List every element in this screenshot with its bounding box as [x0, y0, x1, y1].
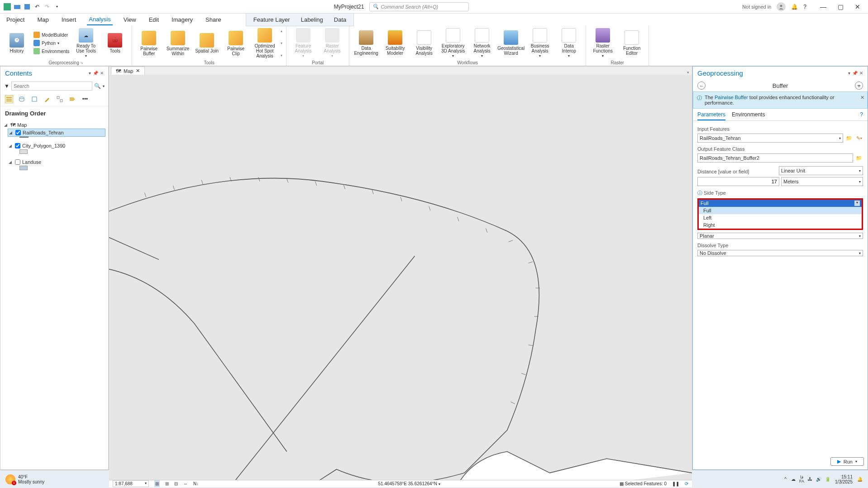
list-by-labeling-icon[interactable]: [68, 95, 76, 103]
user-avatar-icon[interactable]: [777, 2, 786, 11]
signin-label[interactable]: Not signed in: [742, 4, 771, 10]
layer-symbol[interactable]: [19, 149, 28, 154]
battery-icon[interactable]: 🔋: [825, 477, 830, 482]
pane-menu-icon[interactable]: ▾: [89, 71, 91, 76]
tool-help-icon[interactable]: ?: [860, 111, 863, 120]
layer-visibility-checkbox[interactable]: [15, 143, 20, 148]
layer-symbol[interactable]: [19, 137, 29, 138]
tab-edit[interactable]: Edit: [147, 14, 161, 25]
refresh-icon[interactable]: ⟳: [685, 481, 688, 486]
pause-drawing-icon[interactable]: ❚❚: [672, 481, 679, 486]
search-icon[interactable]: 🔍: [94, 83, 101, 89]
side-option-right[interactable]: Right: [699, 221, 862, 229]
volume-icon[interactable]: 🔊: [816, 477, 821, 482]
scale-input[interactable]: 1:87,688▾: [113, 480, 149, 487]
view-menu-icon[interactable]: ▾: [687, 70, 689, 75]
qat-more-icon[interactable]: ▾: [53, 3, 61, 10]
browse-icon[interactable]: 📁: [855, 154, 863, 162]
side-option-left[interactable]: Left: [699, 214, 862, 221]
spatial-join-button[interactable]: Spatial Join: [194, 32, 220, 54]
help-icon[interactable]: ?: [803, 4, 806, 10]
network-icon[interactable]: 🖧: [808, 477, 812, 482]
tab-share[interactable]: Share: [204, 14, 223, 25]
pane-pin-icon[interactable]: 📌: [852, 71, 858, 76]
toc-layer-city[interactable]: ◢ City_Polygon_1390: [8, 142, 105, 149]
list-by-drawing-order-icon[interactable]: [5, 95, 13, 103]
list-by-snapping-icon[interactable]: [56, 95, 64, 103]
pane-pin-icon[interactable]: 📌: [93, 71, 98, 76]
toc-more-icon[interactable]: •••: [81, 95, 89, 103]
edit-icon[interactable]: ✎▾: [855, 134, 863, 142]
expander-icon[interactable]: ◢: [9, 160, 13, 164]
gallery-more-icon[interactable]: ▾: [281, 53, 282, 57]
toc-map-node[interactable]: ◢ 🗺 Map: [3, 121, 105, 129]
dissolve-select[interactable]: No Dissolve▾: [697, 250, 863, 256]
expander-icon[interactable]: ◢: [9, 130, 14, 135]
onedrive-icon[interactable]: ☁: [791, 477, 796, 482]
expander-icon[interactable]: ◢: [9, 144, 13, 148]
business-button[interactable]: Business Analysis▾: [527, 27, 553, 59]
tab-insert[interactable]: Insert: [60, 14, 78, 25]
gallery-up-icon[interactable]: ▴: [281, 29, 282, 33]
pairwise-clip-button[interactable]: Pairwise Clip: [223, 30, 249, 57]
search-options-icon[interactable]: ▾: [103, 84, 105, 88]
weather-widget[interactable]: 40°FMostly sunny: [5, 474, 44, 484]
tools-button[interactable]: 🧰 Tools: [102, 32, 128, 54]
suitability-button[interactable]: Suitability Modeler: [382, 29, 408, 57]
command-search[interactable]: 🔍 Command Search (Alt+Q): [369, 2, 469, 11]
gallery-down-icon[interactable]: ▾: [281, 41, 282, 45]
group-launcher-icon[interactable]: ↘: [80, 61, 83, 65]
tab-labeling[interactable]: Labeling: [299, 14, 325, 25]
browse-icon[interactable]: 📁: [845, 134, 853, 142]
side-type-dropdown[interactable]: Full▾ Full Left Right: [697, 198, 863, 230]
visibility-button[interactable]: Visibility Analysis: [411, 29, 437, 57]
list-by-selection-icon[interactable]: [30, 95, 38, 103]
ready-to-use-tools-button[interactable]: ☁ Ready To Use Tools▾: [73, 27, 99, 59]
filter-icon[interactable]: ▼: [4, 83, 10, 89]
map-canvas[interactable]: [109, 75, 692, 480]
undo-icon[interactable]: ↶: [33, 3, 41, 10]
save-icon[interactable]: [24, 3, 31, 10]
layer-visibility-checkbox[interactable]: [15, 130, 21, 135]
tab-feature-layer[interactable]: Feature Layer: [252, 14, 292, 25]
expander-icon[interactable]: ◢: [4, 123, 9, 127]
pane-close-icon[interactable]: ✕: [859, 71, 863, 76]
distance-unit-select[interactable]: Meters▾: [781, 177, 863, 186]
tab-view[interactable]: View: [122, 14, 138, 25]
redo-icon[interactable]: ↷: [43, 3, 51, 10]
clock[interactable]: 15:111/3/2025: [835, 474, 853, 484]
notifications-icon[interactable]: 🔔: [791, 4, 798, 10]
pairwise-buffer-button[interactable]: Pairwise Buffer: [136, 30, 162, 57]
data-engineering-button[interactable]: Data Engineering: [353, 29, 379, 57]
raster-functions-button[interactable]: Raster Functions▾: [590, 27, 616, 59]
toc-layer-railroads[interactable]: ◢ RailRoads_Tehran: [8, 129, 105, 137]
modelbuilder-button[interactable]: ModelBuilder: [33, 31, 70, 38]
hotspot-button[interactable]: Optimized Hot Spot Analysis: [252, 27, 278, 59]
tab-imagery[interactable]: Imagery: [170, 14, 195, 25]
tab-map[interactable]: Map: [35, 14, 50, 25]
statusbar-btn-icon[interactable]: N↓: [193, 481, 199, 486]
back-button[interactable]: ←: [697, 81, 706, 90]
history-button[interactable]: 🕑 History: [4, 32, 30, 54]
statusbar-btn-icon[interactable]: ↔: [183, 481, 188, 486]
language-indicator[interactable]: فاFA: [799, 475, 804, 483]
distance-mode-select[interactable]: Linear Unit▾: [779, 166, 863, 175]
add-favorite-button[interactable]: +: [855, 81, 863, 90]
environments-tab[interactable]: Environments: [732, 111, 765, 120]
toc-layer-landuse[interactable]: ◢ Landuse: [8, 158, 105, 166]
interop-button[interactable]: Data Interop▾: [556, 27, 582, 59]
network-button[interactable]: Network Analysis▾: [469, 27, 495, 59]
side-option-full[interactable]: Full: [699, 207, 862, 214]
map-tab[interactable]: 🗺 Map ✕: [111, 67, 145, 75]
minimize-button[interactable]: —: [816, 2, 830, 11]
exploratory-button[interactable]: Exploratory 3D Analysis▾: [440, 27, 466, 59]
close-button[interactable]: ✕: [851, 2, 864, 11]
tray-expand-icon[interactable]: ^: [784, 477, 787, 482]
close-info-icon[interactable]: ✕: [860, 95, 864, 100]
summarize-within-button[interactable]: Summarize Within: [165, 30, 191, 57]
layer-visibility-checkbox[interactable]: [15, 159, 20, 165]
output-field[interactable]: RailRoads_Tehran_Buffer2: [697, 153, 853, 163]
input-features-field[interactable]: RailRoads_Tehran▾: [697, 134, 843, 143]
maximize-button[interactable]: ▢: [834, 2, 847, 11]
parameters-tab[interactable]: Parameters: [697, 111, 725, 120]
